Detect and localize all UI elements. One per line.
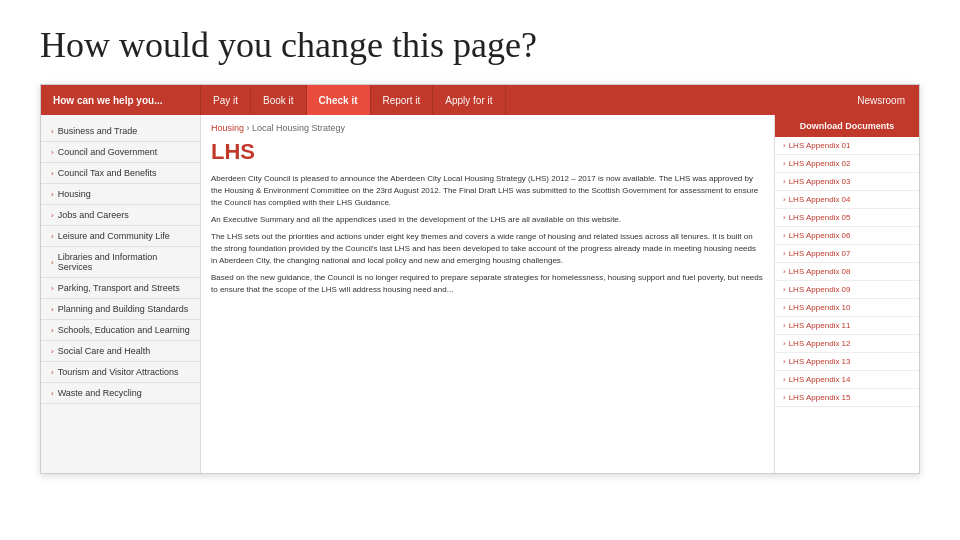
nav-item-book-it[interactable]: Book it	[251, 85, 307, 115]
download-item-8[interactable]: › LHS Appendix 08	[775, 263, 919, 281]
chevron-icon: ›	[51, 284, 54, 293]
download-item-15[interactable]: › LHS Appendix 15	[775, 389, 919, 407]
breadcrumb-current: Local Housing Strategy	[252, 123, 345, 133]
sidebar-item-social-care[interactable]: › Social Care and Health	[41, 341, 200, 362]
sidebar-item-waste[interactable]: › Waste and Recycling	[41, 383, 200, 404]
chevron-icon: ›	[51, 211, 54, 220]
chevron-icon: ›	[783, 393, 786, 402]
sidebar-item-council-tax[interactable]: › Council Tax and Benefits	[41, 163, 200, 184]
content-area: › Business and Trade › Council and Gover…	[41, 115, 919, 474]
chevron-icon: ›	[51, 258, 54, 267]
main-paragraph-1: Aberdeen City Council is pleased to anno…	[211, 173, 764, 209]
sidebar-item-schools[interactable]: › Schools, Education and Learning	[41, 320, 200, 341]
chevron-icon: ›	[783, 321, 786, 330]
chevron-icon: ›	[783, 249, 786, 258]
breadcrumb-home[interactable]: Housing	[211, 123, 244, 133]
page-heading: LHS	[211, 139, 764, 165]
sidebar-item-planning[interactable]: › Planning and Building Standards	[41, 299, 200, 320]
left-sidebar: › Business and Trade › Council and Gover…	[41, 115, 201, 474]
chevron-icon: ›	[51, 368, 54, 377]
chevron-icon: ›	[783, 303, 786, 312]
chevron-icon: ›	[783, 195, 786, 204]
sidebar-item-housing[interactable]: › Housing	[41, 184, 200, 205]
chevron-icon: ›	[783, 177, 786, 186]
chevron-icon: ›	[51, 305, 54, 314]
chevron-icon: ›	[51, 389, 54, 398]
download-item-14[interactable]: › LHS Appendix 14	[775, 371, 919, 389]
download-item-11[interactable]: › LHS Appendix 11	[775, 317, 919, 335]
chevron-icon: ›	[783, 213, 786, 222]
download-header: Download Documents	[775, 115, 919, 137]
download-item-9[interactable]: › LHS Appendix 09	[775, 281, 919, 299]
top-nav: How can we help you... Pay it Book it Ch…	[41, 85, 919, 115]
chevron-icon: ›	[51, 148, 54, 157]
chevron-icon: ›	[783, 159, 786, 168]
slide-title: How would you change this page?	[40, 24, 920, 66]
main-paragraph-2: An Executive Summary and all the appendi…	[211, 214, 764, 226]
chevron-icon: ›	[51, 347, 54, 356]
main-content: Housing › Local Housing Strategy LHS Abe…	[201, 115, 774, 474]
chevron-icon: ›	[783, 231, 786, 240]
download-item-2[interactable]: › LHS Appendix 02	[775, 155, 919, 173]
sidebar-item-parking[interactable]: › Parking, Transport and Streets	[41, 278, 200, 299]
download-item-1[interactable]: › LHS Appendix 01	[775, 137, 919, 155]
download-item-12[interactable]: › LHS Appendix 12	[775, 335, 919, 353]
download-item-6[interactable]: › LHS Appendix 06	[775, 227, 919, 245]
download-item-3[interactable]: › LHS Appendix 03	[775, 173, 919, 191]
sidebar-item-libraries[interactable]: › Libraries and Information Services	[41, 247, 200, 278]
sidebar-item-jobs[interactable]: › Jobs and Careers	[41, 205, 200, 226]
download-item-13[interactable]: › LHS Appendix 13	[775, 353, 919, 371]
chevron-icon: ›	[783, 339, 786, 348]
nav-items: Pay it Book it Check it Report it Apply …	[201, 85, 843, 115]
breadcrumb: Housing › Local Housing Strategy	[211, 123, 764, 133]
nav-item-newsroom[interactable]: Newsroom	[843, 85, 919, 115]
slide-container: How would you change this page? How can …	[0, 0, 960, 540]
chevron-icon: ›	[783, 285, 786, 294]
chevron-icon: ›	[51, 326, 54, 335]
chevron-icon: ›	[783, 267, 786, 276]
main-paragraph-4: Based on the new guidance, the Council i…	[211, 272, 764, 296]
chevron-icon: ›	[51, 169, 54, 178]
sidebar-item-tourism[interactable]: › Tourism and Visitor Attractions	[41, 362, 200, 383]
chevron-icon: ›	[51, 127, 54, 136]
nav-item-apply-for-it[interactable]: Apply for it	[433, 85, 505, 115]
sidebar-item-council-gov[interactable]: › Council and Government	[41, 142, 200, 163]
nav-item-check-it[interactable]: Check it	[307, 85, 371, 115]
sidebar-item-leisure[interactable]: › Leisure and Community Life	[41, 226, 200, 247]
nav-item-pay-it[interactable]: Pay it	[201, 85, 251, 115]
browser-mockup: How can we help you... Pay it Book it Ch…	[40, 84, 920, 474]
chevron-icon: ›	[51, 232, 54, 241]
nav-brand: How can we help you...	[41, 85, 201, 115]
download-item-4[interactable]: › LHS Appendix 04	[775, 191, 919, 209]
sidebar-item-business[interactable]: › Business and Trade	[41, 121, 200, 142]
nav-item-report-it[interactable]: Report it	[371, 85, 434, 115]
chevron-icon: ›	[783, 375, 786, 384]
download-item-10[interactable]: › LHS Appendix 10	[775, 299, 919, 317]
right-sidebar: Download Documents › LHS Appendix 01 › L…	[774, 115, 919, 474]
main-paragraph-3: The LHS sets out the priorities and acti…	[211, 231, 764, 267]
chevron-icon: ›	[783, 141, 786, 150]
download-item-5[interactable]: › LHS Appendix 05	[775, 209, 919, 227]
chevron-icon: ›	[783, 357, 786, 366]
download-item-7[interactable]: › LHS Appendix 07	[775, 245, 919, 263]
chevron-icon: ›	[51, 190, 54, 199]
